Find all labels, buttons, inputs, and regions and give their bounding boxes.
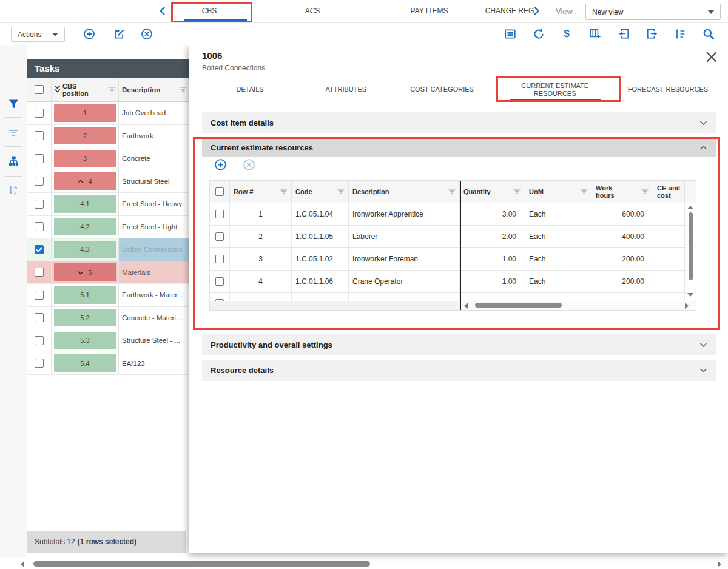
row-checkbox[interactable] xyxy=(35,313,44,322)
resource-row[interactable]: 3 1.C.05.1.02 Ironworker Foreman 1.00 Ea… xyxy=(210,248,696,271)
frozen-column-divider[interactable] xyxy=(460,181,461,310)
filter-menu-icon[interactable] xyxy=(641,188,649,195)
section-current-estimate-resources[interactable]: Current estimate resources xyxy=(202,138,716,157)
table-row[interactable]: 3 Concrete xyxy=(27,147,189,170)
expand-chevron-icon[interactable] xyxy=(78,269,84,276)
filter-menu-icon[interactable] xyxy=(179,86,187,93)
nav-tab-acs[interactable]: ACS xyxy=(285,7,340,15)
table-row[interactable]: 5.1 Earthwork - Mater... xyxy=(27,284,189,307)
tab-forecast-resources[interactable]: FORECAST RESOURCES xyxy=(620,78,716,101)
sort-icon[interactable]: AZ xyxy=(8,184,19,196)
view-details-icon[interactable] xyxy=(504,28,516,40)
row-checkbox[interactable] xyxy=(215,210,224,218)
filter-conditions-icon[interactable] xyxy=(8,127,19,138)
table-row[interactable]: 5.3 Structure Steel - ... xyxy=(27,329,189,352)
section-cost-item-details[interactable]: Cost item details xyxy=(202,112,716,133)
column-header-description[interactable]: Description xyxy=(119,78,189,101)
row-checkbox[interactable] xyxy=(35,109,44,118)
row-height-icon[interactable] xyxy=(674,28,686,40)
import-icon[interactable] xyxy=(618,28,630,40)
nav-tab-change-reg[interactable]: CHANGE REG xyxy=(479,7,540,15)
collapse-chevron-icon[interactable] xyxy=(78,178,84,185)
add-icon[interactable] xyxy=(83,28,95,40)
row-checkbox[interactable] xyxy=(35,268,44,277)
table-row[interactable]: 4.1 Erect Steel - Heavy xyxy=(27,193,189,216)
table-row-selected[interactable]: 4.3 Bolted Connections xyxy=(27,238,189,261)
column-header-description[interactable]: Description xyxy=(349,181,460,203)
scroll-right-arrow[interactable] xyxy=(685,303,689,309)
column-header-code[interactable]: Code xyxy=(292,181,349,203)
column-header-row-number[interactable]: Row # xyxy=(230,181,292,203)
scrollbar-thumb[interactable] xyxy=(33,561,370,567)
select-all-checkbox[interactable] xyxy=(35,85,44,94)
actions-dropdown[interactable]: Actions xyxy=(11,27,65,42)
edit-icon[interactable] xyxy=(113,28,126,40)
row-checkbox[interactable] xyxy=(35,359,44,368)
currency-icon[interactable]: $ xyxy=(561,28,573,40)
scroll-up-arrow[interactable] xyxy=(687,206,693,209)
scroll-down-arrow[interactable] xyxy=(687,293,693,297)
table-row[interactable]: 4.2 Erect Steel - Light xyxy=(27,216,189,239)
filter-menu-icon[interactable] xyxy=(580,188,588,195)
filter-menu-icon[interactable] xyxy=(337,188,345,195)
hierarchy-icon[interactable] xyxy=(8,155,19,167)
collapse-all-icon[interactable] xyxy=(54,85,61,94)
row-checkbox[interactable] xyxy=(35,291,44,300)
table-vertical-scrollbar[interactable] xyxy=(686,204,695,301)
table-row[interactable]: 2 Earthwork xyxy=(27,125,189,148)
table-row[interactable]: 4 Structural Steel xyxy=(27,170,189,194)
table-row[interactable]: 5.2 Concrete - Materi... xyxy=(27,307,189,330)
column-header-uom[interactable]: UoM xyxy=(525,181,592,203)
column-header-ce-unit-cost[interactable]: CE unit cost xyxy=(653,181,685,203)
view-dropdown[interactable]: New view xyxy=(585,4,721,20)
nav-tab-pay-items[interactable]: PAY ITEMS xyxy=(394,7,464,15)
select-all-checkbox[interactable] xyxy=(215,187,224,196)
row-checkbox[interactable] xyxy=(35,222,44,231)
row-checkbox[interactable] xyxy=(35,177,44,186)
filter-menu-icon[interactable] xyxy=(108,86,116,93)
filter-menu-icon[interactable] xyxy=(513,188,521,195)
tab-cost-categories[interactable]: COST CATEGORIES xyxy=(394,78,490,101)
row-checkbox[interactable] xyxy=(35,131,44,140)
row-checkbox[interactable] xyxy=(35,154,44,163)
scroll-left-arrow[interactable] xyxy=(464,303,468,309)
row-checkbox[interactable] xyxy=(35,200,44,209)
row-checkbox[interactable] xyxy=(35,336,44,345)
table-row[interactable]: 1 Job Overhead xyxy=(27,102,189,125)
row-checkbox[interactable] xyxy=(215,277,224,286)
export-icon[interactable] xyxy=(646,28,658,40)
scroll-right-arrow[interactable] xyxy=(718,561,721,567)
filter-menu-icon[interactable] xyxy=(280,188,288,195)
resource-row[interactable]: 4 1.C.01.1.06 Crane Operator 1.00 Each 2… xyxy=(210,271,696,293)
scrollbar-thumb[interactable] xyxy=(475,303,562,308)
nav-forward-chevron-icon[interactable] xyxy=(533,6,540,18)
delete-icon[interactable] xyxy=(141,28,153,40)
tab-attributes[interactable]: ATTRIBUTES xyxy=(298,78,394,101)
filter-icon[interactable] xyxy=(8,98,19,110)
row-checkbox-checked[interactable] xyxy=(35,245,44,254)
tab-current-estimate-resources[interactable]: CURRENT ESTIMATE RESOURCES xyxy=(490,78,620,101)
main-horizontal-scrollbar[interactable] xyxy=(0,557,728,569)
column-header-cbs-position[interactable]: CBS position xyxy=(52,78,119,101)
undo-icon[interactable] xyxy=(533,28,545,40)
close-icon[interactable] xyxy=(706,52,717,62)
table-row[interactable]: 5.4 EA/123 xyxy=(27,352,189,375)
search-icon[interactable] xyxy=(703,28,715,40)
column-header-work-hours[interactable]: Work hours xyxy=(592,181,653,203)
add-column-icon[interactable] xyxy=(589,28,601,40)
nav-tab-cbs[interactable]: CBS xyxy=(182,7,237,15)
section-resource-details[interactable]: Resource details xyxy=(202,360,716,381)
scrollbar-thumb[interactable] xyxy=(689,212,693,280)
row-checkbox[interactable] xyxy=(215,232,224,241)
section-productivity-settings[interactable]: Productivity and overall settings xyxy=(202,334,716,355)
tab-details[interactable]: DETAILS xyxy=(202,78,298,101)
filter-menu-icon[interactable] xyxy=(448,188,456,195)
resource-row[interactable]: 1 1.C.05.1.04 Ironworker Apprentice 3.00… xyxy=(210,203,696,226)
row-checkbox[interactable] xyxy=(215,255,224,263)
table-row[interactable]: 5 Materials xyxy=(27,261,189,284)
resource-row[interactable]: 2 1.C.01.1.05 Laborer 2.00 Each 400.00 xyxy=(210,226,696,248)
scroll-left-arrow[interactable] xyxy=(21,561,24,567)
add-resource-icon[interactable] xyxy=(214,158,227,171)
nav-back-chevron-icon[interactable] xyxy=(159,6,166,18)
table-horizontal-scrollbar[interactable] xyxy=(210,301,696,310)
